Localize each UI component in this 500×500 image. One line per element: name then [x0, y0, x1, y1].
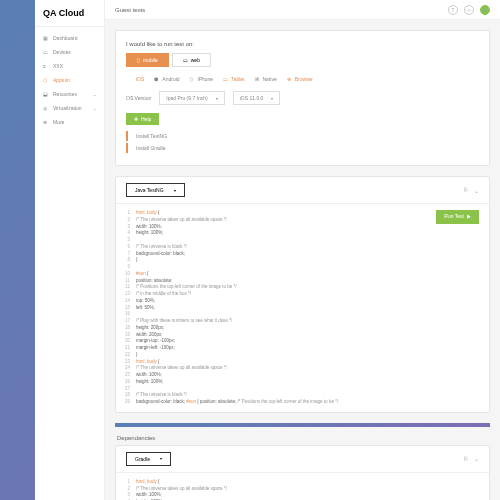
appium-icon: ⬡ [43, 77, 49, 83]
browser-icon: ⊕ [285, 75, 293, 83]
copy-icon[interactable]: ⎘ [464, 456, 468, 462]
tablet-icon: ▭ [221, 75, 229, 83]
line-numbers: 1234567 [120, 479, 130, 500]
user-icon[interactable]: ☺ [464, 5, 474, 15]
help-icon[interactable]: ? [448, 5, 458, 15]
resources-icon: ⬓ [43, 91, 49, 97]
run-test-button[interactable]: Run Test▶ [436, 210, 479, 224]
help-item-testng[interactable]: Install TestNG [126, 131, 479, 141]
line-numbers: 1234567891011121314151617181920212223242… [120, 210, 130, 406]
page-title: Guest tests [115, 7, 145, 13]
copy-icon[interactable]: ⎘ [464, 187, 468, 193]
deps-dropdown[interactable]: Gradle [126, 452, 171, 466]
help-button[interactable]: ✚Help [126, 113, 159, 125]
config-panel: I would like to run test on: ▯mobile ▭we… [115, 30, 490, 166]
code-editor[interactable]: Run Test▶ 123456789101112131415161718192… [116, 204, 489, 412]
nav-xxx[interactable]: ≡XXX [35, 59, 104, 73]
nav-devices[interactable]: ▭Devices [35, 45, 104, 59]
more-icon: ⊕ [43, 119, 49, 125]
platform-android[interactable]: ⬢Android [152, 75, 179, 83]
menu-icon: ≡ [43, 63, 49, 69]
phone-icon: ▯ [188, 75, 196, 83]
platform-iphone[interactable]: ▯iPhone [188, 75, 214, 83]
cart-icon[interactable]: 🛒 [480, 5, 490, 15]
platform-ios[interactable]: iOS [126, 75, 144, 83]
nav-appium[interactable]: ⬡Appium [35, 73, 104, 87]
platform-tablet[interactable]: ▭Tablet [221, 75, 244, 83]
toggle-mobile[interactable]: ▯mobile [126, 53, 169, 67]
android-icon: ⬢ [152, 75, 160, 83]
toggle-web[interactable]: ▭web [172, 53, 211, 67]
platform-native[interactable]: ⊞Native [253, 75, 277, 83]
virtualization-icon: ◎ [43, 105, 49, 111]
native-icon: ⊞ [253, 75, 261, 83]
deps-panel: Gradle ⎘ ⌄ 1234567 html, body { /* The u… [115, 445, 490, 500]
device-dropdown[interactable]: Ipad Pro (9.7 Inch) [159, 91, 224, 105]
code-panel: Java TestNG ⎘ ⌄ Run Test▶ 12345678910111… [115, 176, 490, 413]
nav-resources[interactable]: ⬓Resources⌄ [35, 87, 104, 101]
app-logo: QA Cloud [35, 0, 104, 27]
mobile-icon: ▯ [137, 57, 140, 63]
chevron-down-icon: ⌄ [93, 92, 96, 97]
platform-browser[interactable]: ⊕Browser [285, 75, 313, 83]
play-icon: ▶ [467, 213, 471, 221]
chevron-down-icon: ⌄ [93, 106, 96, 111]
topbar: Guest tests ? ☺ 🛒 [105, 0, 500, 20]
apple-icon [126, 75, 134, 83]
dependencies-title: Dependancies [115, 435, 490, 441]
devices-icon: ▭ [43, 49, 49, 55]
version-label: OS Version [126, 95, 151, 101]
language-dropdown[interactable]: Java TestNG [126, 183, 185, 197]
nav-more[interactable]: ⊕More [35, 115, 104, 129]
expand-icon[interactable]: ⌄ [474, 187, 479, 194]
nav-virtualization[interactable]: ◎Virtualization⌄ [35, 101, 104, 115]
web-icon: ▭ [183, 57, 188, 63]
plus-icon: ✚ [134, 116, 138, 122]
nav-dashboard[interactable]: ▦Dashboard [35, 31, 104, 45]
divider-bar [115, 423, 490, 427]
expand-icon[interactable]: ⌄ [474, 455, 479, 462]
sidebar: QA Cloud ▦Dashboard ▭Devices ≡XXX ⬡Appiu… [35, 0, 105, 500]
deps-editor[interactable]: 1234567 html, body { /* The universe tak… [116, 473, 489, 500]
config-heading: I would like to run test on: [126, 41, 479, 47]
os-dropdown[interactable]: iOS 11.0.0 [233, 91, 281, 105]
help-item-gradle[interactable]: Install Gradle [126, 143, 479, 153]
dashboard-icon: ▦ [43, 35, 49, 41]
